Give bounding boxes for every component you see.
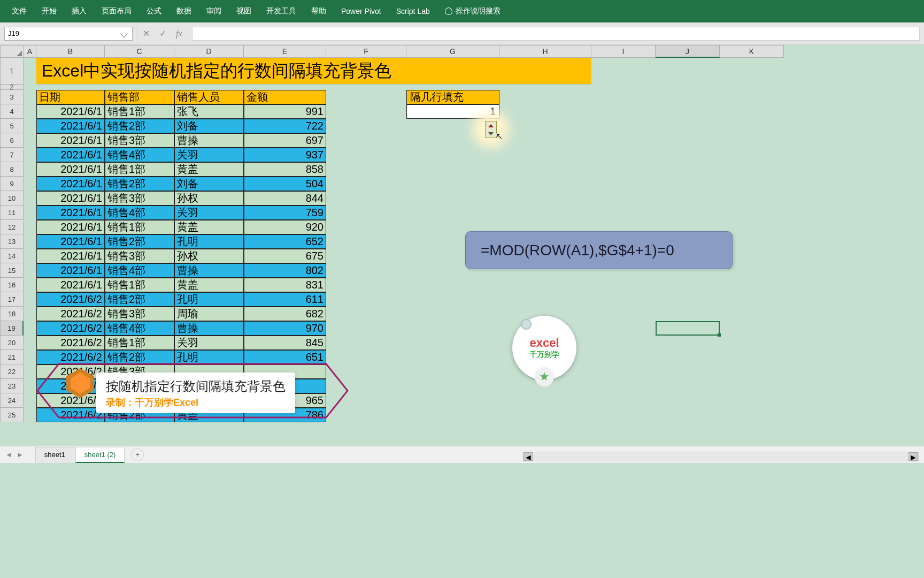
table-cell[interactable]: 销售1部 xyxy=(105,336,174,350)
column-header[interactable]: E xyxy=(244,45,326,58)
column-header[interactable]: B xyxy=(36,45,105,58)
row-header[interactable]: 13 xyxy=(0,234,24,249)
row-header[interactable]: 16 xyxy=(0,278,24,292)
table-cell[interactable]: 周瑜 xyxy=(174,307,244,321)
table-cell[interactable]: 2021/6/2 xyxy=(36,350,105,364)
row-header[interactable]: 21 xyxy=(0,350,24,364)
ribbon-tab[interactable]: Power Pivot xyxy=(334,7,389,16)
table-cell[interactable]: 2021/6/2 xyxy=(36,321,105,336)
table-cell[interactable]: 652 xyxy=(244,234,326,249)
table-cell[interactable]: 651 xyxy=(244,350,326,364)
row-header[interactable]: 7 xyxy=(0,148,24,162)
table-cell[interactable]: 920 xyxy=(244,220,326,234)
table-cell[interactable]: 孙权 xyxy=(174,249,244,263)
column-header[interactable]: F xyxy=(326,45,406,58)
table-cell[interactable]: 张飞 xyxy=(174,104,244,119)
table-cell[interactable]: 销售1部 xyxy=(105,104,174,119)
scroll-right-button[interactable]: ► xyxy=(908,452,918,461)
table-cell[interactable]: 关羽 xyxy=(174,206,244,220)
sheet-tab[interactable]: sheet1 (2) xyxy=(75,447,125,463)
table-cell[interactable]: 黄盖 xyxy=(174,162,244,177)
table-cell[interactable]: 937 xyxy=(244,148,326,162)
table-cell[interactable]: 销售2部 xyxy=(105,177,174,191)
table-cell[interactable]: 2021/6/2 xyxy=(36,336,105,350)
table-cell[interactable]: 2021/6/1 xyxy=(36,234,105,249)
column-header[interactable]: C xyxy=(105,45,174,58)
table-cell[interactable]: 2021/6/2 xyxy=(36,307,105,321)
row-header[interactable]: 23 xyxy=(0,379,24,393)
table-header[interactable]: 销售部 xyxy=(105,90,174,104)
table-cell[interactable]: 845 xyxy=(244,336,326,350)
table-cell[interactable]: 刘备 xyxy=(174,177,244,191)
table-cell[interactable]: 销售3部 xyxy=(105,191,174,206)
table-cell[interactable]: 关羽 xyxy=(174,148,244,162)
enter-icon[interactable]: ✓ xyxy=(159,28,166,39)
table-cell[interactable]: 销售2部 xyxy=(105,119,174,133)
table-cell[interactable]: 858 xyxy=(244,162,326,177)
table-cell[interactable]: 2021/6/1 xyxy=(36,191,105,206)
row-header[interactable]: 18 xyxy=(0,307,24,321)
name-box[interactable]: J19 xyxy=(4,27,133,41)
ribbon-tab[interactable]: 页面布局 xyxy=(94,6,139,16)
table-cell[interactable]: 675 xyxy=(244,249,326,263)
ribbon-tab[interactable]: 视图 xyxy=(229,6,259,16)
ribbon-tab[interactable]: 开发工具 xyxy=(259,6,304,16)
ribbon-tab[interactable]: 数据 xyxy=(169,6,199,16)
row-header[interactable]: 1 xyxy=(0,58,24,85)
table-cell[interactable]: 2021/6/1 xyxy=(36,133,105,148)
table-cell[interactable]: 504 xyxy=(244,177,326,191)
ribbon-tab[interactable]: 帮助 xyxy=(304,6,334,16)
row-header[interactable]: 6 xyxy=(0,133,24,148)
ribbon-tab[interactable]: 开始 xyxy=(34,6,64,16)
ribbon-tab[interactable]: 公式 xyxy=(139,6,169,16)
row-header[interactable]: 22 xyxy=(0,364,24,379)
table-cell[interactable]: 2021/6/1 xyxy=(36,148,105,162)
row-header[interactable]: 2 xyxy=(0,85,24,90)
table-cell[interactable]: 销售4部 xyxy=(105,321,174,336)
row-header[interactable]: 25 xyxy=(0,408,24,422)
row-header[interactable]: 24 xyxy=(0,393,24,408)
ribbon-tab[interactable]: 文件 xyxy=(4,6,34,16)
table-cell[interactable]: 曹操 xyxy=(174,263,244,278)
spinner-up-button[interactable] xyxy=(486,121,496,130)
table-cell[interactable]: 孙权 xyxy=(174,191,244,206)
table-cell[interactable]: 销售3部 xyxy=(105,249,174,263)
table-cell[interactable]: 2021/6/1 xyxy=(36,177,105,191)
column-header[interactable]: H xyxy=(499,45,591,58)
table-cell[interactable]: 2021/6/1 xyxy=(36,249,105,263)
ribbon-tab[interactable]: Script Lab xyxy=(389,7,437,16)
row-header[interactable]: 11 xyxy=(0,206,24,220)
table-cell[interactable]: 刘备 xyxy=(174,119,244,133)
spinner-control[interactable] xyxy=(485,121,497,138)
table-header[interactable]: 日期 xyxy=(36,90,105,104)
column-header[interactable]: G xyxy=(406,45,499,58)
row-header[interactable]: 17 xyxy=(0,292,24,307)
row-header[interactable]: 9 xyxy=(0,177,24,191)
control-value[interactable]: 1 xyxy=(406,104,499,119)
table-header[interactable]: 销售人员 xyxy=(174,90,244,104)
sheet-nav-next-icon[interactable]: ► xyxy=(17,451,24,459)
table-cell[interactable]: 销售4部 xyxy=(105,148,174,162)
table-cell[interactable]: 2021/6/2 xyxy=(36,408,105,422)
table-cell[interactable]: 844 xyxy=(244,191,326,206)
table-cell[interactable]: 销售4部 xyxy=(105,263,174,278)
table-cell[interactable]: 682 xyxy=(244,307,326,321)
spinner-down-button[interactable] xyxy=(486,130,496,138)
table-cell[interactable]: 销售2部 xyxy=(105,234,174,249)
table-cell[interactable]: 销售3部 xyxy=(105,307,174,321)
row-header[interactable]: 5 xyxy=(0,119,24,133)
table-cell[interactable]: 销售1部 xyxy=(105,278,174,292)
control-label[interactable]: 隔几行填充 xyxy=(406,90,499,104)
column-header[interactable]: J xyxy=(656,45,720,58)
table-cell[interactable]: 孔明 xyxy=(174,234,244,249)
row-header[interactable]: 19 xyxy=(0,321,24,336)
table-cell[interactable]: 2021/6/1 xyxy=(36,104,105,119)
row-header[interactable]: 8 xyxy=(0,162,24,177)
sheet-nav-prev-icon[interactable]: ◄ xyxy=(5,451,12,459)
table-cell[interactable]: 722 xyxy=(244,119,326,133)
table-header[interactable]: 金额 xyxy=(244,90,326,104)
table-cell[interactable]: 697 xyxy=(244,133,326,148)
column-header[interactable]: D xyxy=(174,45,244,58)
table-cell[interactable]: 759 xyxy=(244,206,326,220)
row-header[interactable]: 3 xyxy=(0,90,24,104)
